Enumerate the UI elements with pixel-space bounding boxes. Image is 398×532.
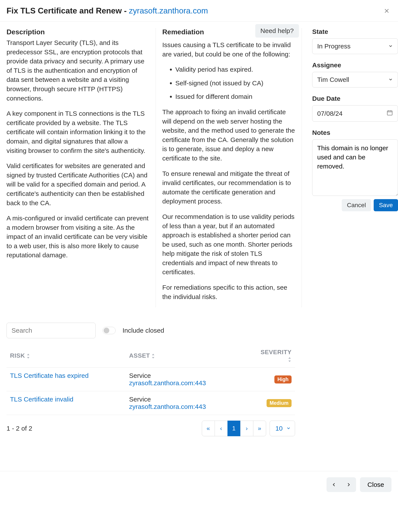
asset-link[interactable]: zyrasoft.zanthora.com:443 (129, 379, 239, 387)
risk-table: RISK ASSET SEVERITY TLS Certificate has … (6, 344, 295, 415)
assignee-select[interactable]: Tim Cowell (312, 72, 398, 88)
sort-icon (26, 352, 30, 359)
title-domain-link[interactable]: zyrasoft.zanthora.com (129, 6, 208, 15)
modal-body: Description Transport Layer Security (TL… (0, 21, 398, 314)
col-risk[interactable]: RISK (6, 344, 126, 368)
description-p1: Transport Layer Security (TLS), and its … (6, 38, 149, 103)
due-date-label: Due Date (312, 95, 398, 102)
sort-icon (288, 356, 292, 362)
remediation-bullets: Validity period has expired. Self-signed… (162, 65, 295, 101)
chevron-down-icon (388, 43, 393, 50)
include-closed-toggle[interactable] (103, 327, 116, 334)
notes-textarea[interactable] (312, 139, 398, 196)
risk-table-section: Include closed RISK ASSET SEVERITY TLS C… (0, 323, 302, 443)
need-help-button[interactable]: Need help? (255, 24, 299, 38)
calendar-icon (386, 109, 393, 117)
table-footer: 1 - 2 of 2 « ‹ 1 › » 10 (6, 421, 295, 436)
close-button[interactable]: Close (360, 477, 392, 492)
severity-badge: High (274, 375, 292, 383)
notes-actions: Cancel Save (312, 199, 398, 211)
notes-label: Notes (312, 129, 398, 136)
page-first[interactable]: « (202, 421, 215, 436)
description-p4: A mis-configured or invalid certificate … (6, 214, 149, 260)
description-p3: Valid certificates for websites are gene… (6, 161, 149, 208)
asset-type: Service (129, 396, 239, 403)
prev-record-button[interactable] (327, 477, 341, 492)
asset-type: Service (129, 372, 239, 379)
page-current[interactable]: 1 (227, 421, 240, 436)
sort-icon (151, 352, 155, 359)
row-count: 1 - 2 of 2 (6, 425, 32, 432)
remediation-p4: Our recommendation is to use validity pe… (162, 212, 295, 277)
page-next[interactable]: › (240, 421, 253, 436)
page-size-select[interactable]: 10 (270, 421, 295, 436)
table-controls: Include closed (6, 323, 295, 338)
risk-link[interactable]: TLS Certificate invalid (10, 396, 73, 403)
title-prefix: Fix TLS Certificate and Renew - (6, 6, 129, 15)
svg-rect-0 (387, 111, 392, 115)
remediation-bullet: Issued for different domain (175, 92, 295, 101)
remediation-bullet: Self-signed (not issued by CA) (175, 79, 295, 88)
modal-title: Fix TLS Certificate and Renew - zyrasoft… (6, 6, 208, 15)
modal-header: Fix TLS Certificate and Renew - zyrasoft… (0, 0, 398, 21)
risk-link[interactable]: TLS Certificate has expired (10, 372, 89, 379)
cancel-button[interactable]: Cancel (342, 199, 371, 211)
remediation-p5: For remediations specific to this action… (162, 283, 295, 301)
table-row: TLS Certificate has expiredServicezyraso… (6, 368, 295, 391)
col-severity[interactable]: SEVERITY (242, 344, 295, 368)
due-date-value: 07/08/24 (317, 110, 343, 117)
remediation-heading: Remediation (162, 28, 204, 36)
remediation-column: Remediation Need help? Issues causing a … (155, 28, 302, 307)
state-value: In Progress (317, 43, 350, 50)
asset-link[interactable]: zyrasoft.zanthora.com:443 (129, 403, 239, 410)
include-closed-label: Include closed (122, 327, 164, 334)
page-last[interactable]: » (253, 421, 266, 436)
state-label: State (312, 28, 398, 35)
description-p2: A key component in TLS connections is th… (6, 109, 149, 155)
chevron-down-icon (286, 425, 291, 432)
page-size-value: 10 (276, 425, 283, 432)
description-heading: Description (6, 28, 149, 36)
col-asset[interactable]: ASSET (126, 344, 242, 368)
remediation-header: Remediation Need help? (162, 28, 295, 38)
close-icon[interactable] (382, 6, 392, 16)
modal-footer: Close (0, 471, 398, 498)
description-column: Description Transport Layer Security (TL… (6, 28, 155, 307)
remediation-p3: To ensure renewal and mitigate the threa… (162, 169, 295, 206)
remediation-p2: The approach to fixing an invalid certif… (162, 108, 295, 163)
assignee-label: Assignee (312, 62, 398, 69)
toggle-knob (104, 328, 109, 333)
due-date-input[interactable]: 07/08/24 (312, 105, 398, 122)
state-select[interactable]: In Progress (312, 38, 398, 54)
severity-badge: Medium (267, 399, 292, 407)
chevron-down-icon (388, 76, 393, 83)
assignee-value: Tim Cowell (317, 76, 349, 83)
table-row: TLS Certificate invalidServicezyrasoft.z… (6, 391, 295, 415)
remediation-bullet: Validity period has expired. (175, 65, 295, 74)
save-button[interactable]: Save (374, 199, 398, 211)
page-prev[interactable]: ‹ (215, 421, 228, 436)
pagination: « ‹ 1 › » (202, 421, 266, 436)
sidebar-column: State In Progress Assignee Tim Cowell Du… (302, 28, 398, 307)
record-nav (327, 477, 356, 492)
remediation-p1: Issues causing a TLS certificate to be i… (162, 40, 295, 59)
search-input[interactable] (6, 323, 96, 338)
next-record-button[interactable] (341, 477, 356, 492)
